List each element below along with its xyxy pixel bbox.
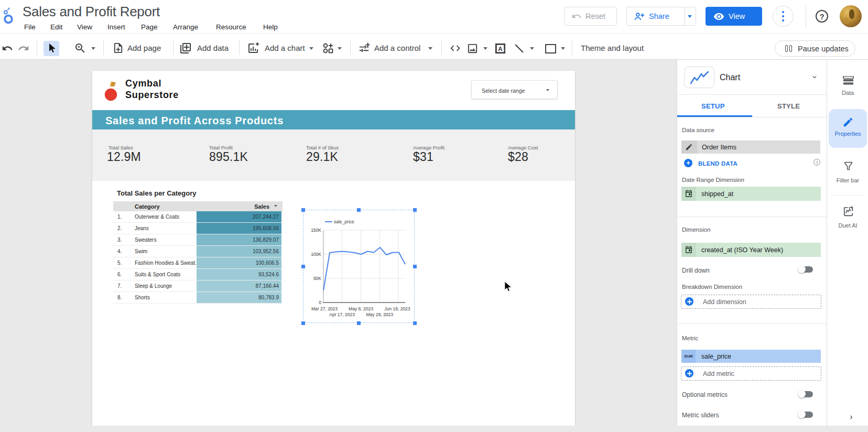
svg-text:0: 0 — [319, 300, 321, 305]
svg-text:A: A — [498, 46, 502, 52]
svg-text:Jun 19, 2023: Jun 19, 2023 — [384, 306, 410, 311]
svg-text:Apr 17, 2023: Apr 17, 2023 — [329, 312, 355, 317]
svg-text:100K: 100K — [311, 252, 321, 257]
svg-text:sale_price: sale_price — [334, 219, 354, 224]
svg-text:May 8, 2023: May 8, 2023 — [349, 306, 373, 311]
svg-text:Mar 27, 2023: Mar 27, 2023 — [311, 306, 338, 311]
svg-text:50K: 50K — [313, 276, 321, 281]
svg-text:150K: 150K — [311, 228, 321, 233]
svg-text:May 29, 2023: May 29, 2023 — [366, 312, 394, 317]
